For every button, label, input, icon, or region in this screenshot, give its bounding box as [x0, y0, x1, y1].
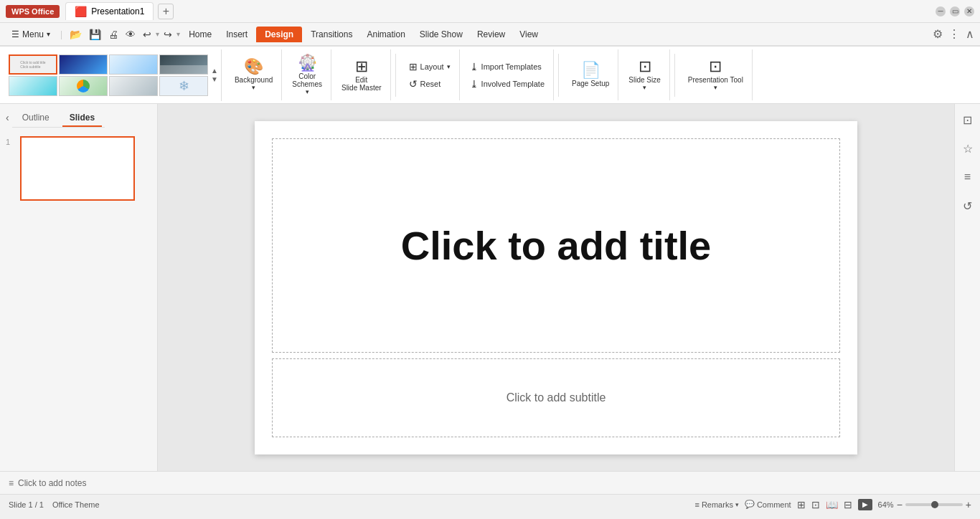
- slide-thumbnail[interactable]: [20, 136, 135, 201]
- tab-outline[interactable]: Outline: [15, 110, 57, 127]
- review-menu-item[interactable]: Review: [471, 27, 511, 42]
- transitions-menu-item[interactable]: Transitions: [305, 27, 358, 42]
- template-green-chart[interactable]: [59, 76, 108, 96]
- page-setup-button[interactable]: 📄 Page Setup: [567, 59, 613, 90]
- minimize-button[interactable]: ─: [936, 6, 946, 16]
- reset-icon: ↺: [409, 78, 418, 90]
- ribbon-content: Click to add titleClick subtitle ❄ ▲ ▼: [0, 46, 980, 103]
- scroll-up-icon[interactable]: ▲: [211, 67, 218, 75]
- layout-icon: ⊞: [409, 61, 418, 72]
- animation-menu-item[interactable]: Animation: [361, 27, 410, 42]
- tab-slides[interactable]: Slides: [62, 110, 102, 127]
- template-dark-people[interactable]: [159, 54, 208, 75]
- presentation-tool-group: ⊡ Presentation Tool ▾: [679, 49, 753, 100]
- template-blue[interactable]: [59, 54, 108, 75]
- insert-menu-item[interactable]: Insert: [220, 27, 253, 42]
- import-involved-group: ⤓ Import Templates ⤓ Involved Template: [461, 49, 554, 100]
- zoom-slider[interactable]: [905, 503, 963, 506]
- sidebar-collapse-button[interactable]: ‹: [3, 110, 12, 125]
- zoom-minus-button[interactable]: −: [897, 499, 903, 510]
- template-teal[interactable]: [9, 76, 57, 96]
- right-panel-btn-1[interactable]: ⊡: [958, 110, 978, 130]
- view-slide-button[interactable]: ⊟: [844, 499, 852, 510]
- view-reading-button[interactable]: 📖: [826, 499, 838, 510]
- open-file-button[interactable]: 📂: [67, 27, 85, 42]
- color-schemes-label: ColorSchemes: [292, 72, 322, 88]
- notes-bar[interactable]: ≡ Click to add notes: [0, 471, 980, 494]
- settings-icon[interactable]: ⚙: [933, 27, 943, 41]
- new-tab-button[interactable]: +: [158, 4, 174, 19]
- color-schemes-button[interactable]: 🎡 ColorSchemes ▾: [288, 52, 326, 98]
- restore-button[interactable]: ▭: [950, 6, 960, 16]
- comment-button[interactable]: 💬 Comment: [745, 500, 791, 509]
- edit-slide-master-label: EditSlide Master: [341, 76, 382, 92]
- slide-size-icon: ⊡: [639, 59, 651, 75]
- home-menu-item[interactable]: Home: [183, 27, 217, 42]
- main-layout: ‹ Outline Slides 1 Click to add title Cl…: [0, 104, 980, 471]
- layout-button[interactable]: ⊞ Layout ▾: [405, 59, 455, 75]
- view-menu-item[interactable]: View: [514, 27, 544, 42]
- ribbon-divider-1: [395, 54, 396, 97]
- slideshow-menu-item[interactable]: Slide Show: [414, 27, 468, 42]
- undo-button[interactable]: ↩: [140, 27, 154, 42]
- reset-button[interactable]: ↺ Reset: [405, 76, 455, 92]
- view-normal-button[interactable]: ⊞: [797, 499, 806, 510]
- print-button[interactable]: 🖨: [105, 27, 121, 42]
- import-icon: ⤓: [470, 61, 479, 72]
- template-snowflake[interactable]: ❄: [159, 76, 208, 96]
- slide-size-button[interactable]: ⊡ Slide Size ▾: [624, 56, 664, 94]
- comment-label: Comment: [757, 500, 791, 509]
- remarks-arrow: ▾: [735, 501, 739, 508]
- right-panel-btn-4[interactable]: ↺: [958, 196, 978, 216]
- involved-template-button[interactable]: ⤓ Involved Template: [466, 76, 549, 92]
- sidebar: ‹ Outline Slides 1: [0, 104, 158, 471]
- layout-arrow: ▾: [447, 63, 451, 70]
- presentation-tab[interactable]: 🟥 Presentation1: [65, 2, 154, 20]
- remarks-button[interactable]: ≡ Remarks ▾: [694, 500, 738, 509]
- ribbon-divider-3: [674, 54, 675, 97]
- preview-button[interactable]: 👁: [123, 27, 138, 42]
- play-button[interactable]: ▶: [858, 499, 872, 510]
- wps-logo[interactable]: WPS Office: [6, 5, 60, 18]
- import-templates-label: Import Templates: [481, 62, 542, 71]
- background-button[interactable]: 🎨 Background ▾: [230, 56, 277, 94]
- settings-icons: ⚙ ⋮ ∧: [933, 27, 974, 41]
- slide-size-arrow: ▾: [643, 84, 646, 91]
- right-panel-btn-3[interactable]: ≡: [958, 167, 978, 187]
- right-panel: ⊡ ☆ ≡ ↺: [954, 104, 980, 471]
- presentation-tool-label: Presentation Tool: [688, 76, 743, 84]
- template-blank[interactable]: Click to add titleClick subtitle: [9, 54, 57, 75]
- design-menu-item[interactable]: Design: [256, 27, 302, 42]
- collapse-ribbon-icon[interactable]: ∧: [966, 27, 974, 41]
- templates-grid: Click to add titleClick subtitle ❄: [9, 54, 208, 96]
- statusbar-right: ≡ Remarks ▾ 💬 Comment ⊞ ⊡ 📖 ⊟ ▶ 64% − +: [694, 499, 971, 510]
- notes-label: Click to add notes: [18, 478, 86, 488]
- template-scroll[interactable]: ▲ ▼: [211, 67, 218, 83]
- edit-master-group: ⊞ EditSlide Master: [333, 49, 391, 100]
- scroll-down-icon[interactable]: ▼: [211, 76, 218, 83]
- close-button[interactable]: ✕: [964, 6, 974, 16]
- presentation-tool-button[interactable]: ⊡ Presentation Tool ▾: [684, 56, 748, 94]
- menu-button[interactable]: ☰ Menu ▾: [6, 27, 56, 42]
- presentation-icon: 🟥: [75, 6, 87, 17]
- color-schemes-icon: 🎡: [298, 55, 317, 71]
- background-icon: 🎨: [244, 59, 263, 75]
- import-templates-button[interactable]: ⤓ Import Templates: [466, 59, 549, 75]
- color-schemes-arrow: ▾: [306, 88, 309, 95]
- redo-button[interactable]: ↪: [161, 27, 175, 42]
- save-button[interactable]: 💾: [86, 27, 104, 42]
- zoom-plus-button[interactable]: +: [966, 499, 971, 510]
- sidebar-nav: ‹ Outline Slides: [0, 104, 157, 130]
- more-icon[interactable]: ⋮: [948, 27, 960, 41]
- subtitle-placeholder[interactable]: Click to add subtitle: [272, 358, 840, 437]
- view-grid-button[interactable]: ⊡: [811, 499, 820, 510]
- right-panel-btn-2[interactable]: ☆: [958, 138, 978, 158]
- window-controls: ─ ▭ ✕: [936, 6, 974, 16]
- menu-chevron-icon: ▾: [47, 30, 50, 38]
- edit-slide-master-button[interactable]: ⊞ EditSlide Master: [337, 56, 386, 95]
- canvas-area[interactable]: Click to add title Click to add subtitle: [158, 104, 954, 471]
- template-light-blue[interactable]: [109, 54, 158, 75]
- template-gray[interactable]: [109, 76, 158, 96]
- title-placeholder[interactable]: Click to add title: [272, 138, 840, 353]
- slide-size-label: Slide Size: [628, 76, 660, 84]
